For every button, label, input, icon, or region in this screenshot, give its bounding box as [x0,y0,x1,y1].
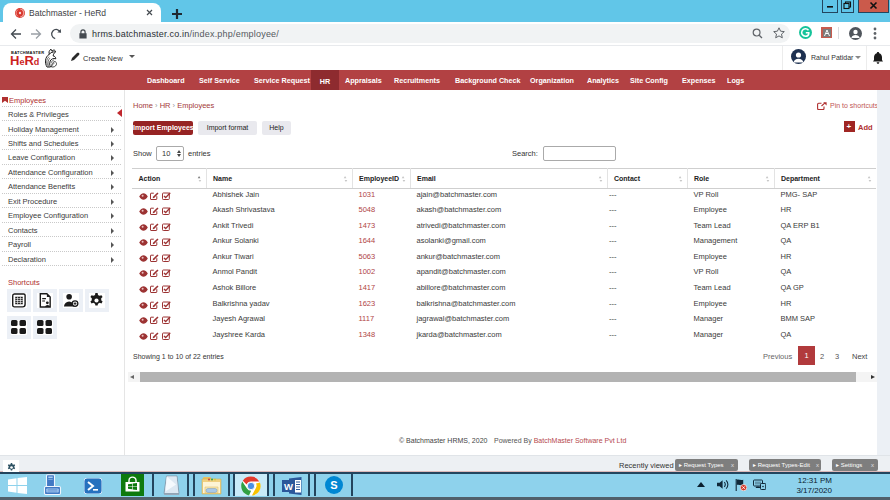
svg-text:W: W [284,480,293,491]
svg-text:S: S [330,479,337,491]
